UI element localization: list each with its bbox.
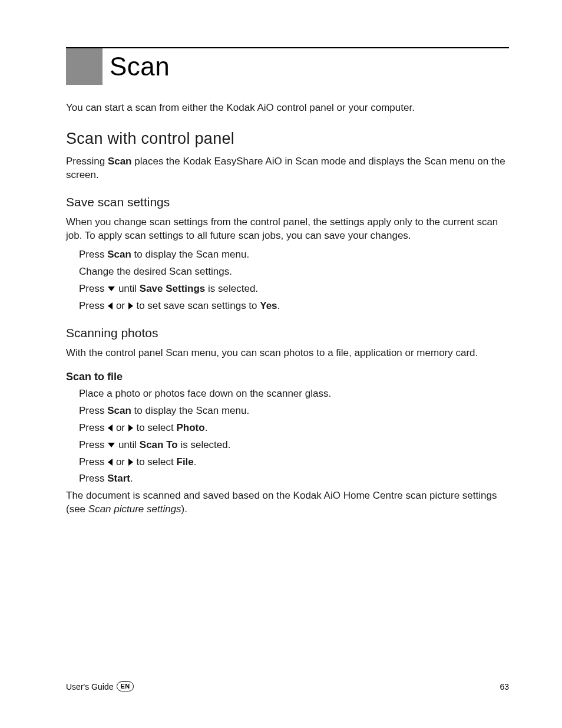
save-settings-paragraph: When you change scan settings from the c… bbox=[66, 216, 509, 243]
scan-picture-settings-italic: Scan picture settings bbox=[88, 503, 181, 515]
step: Press or to select File. bbox=[79, 456, 509, 469]
page-footer: User's Guide EN 63 bbox=[66, 681, 509, 691]
step: Press Scan to display the Scan menu. bbox=[79, 248, 509, 262]
text: Press bbox=[79, 405, 107, 416]
down-arrow-icon bbox=[108, 286, 115, 291]
footer-left: User's Guide EN bbox=[66, 681, 134, 691]
page-title: Scan bbox=[110, 52, 170, 81]
step: Press until Save Settings is selected. bbox=[79, 282, 509, 296]
top-rule bbox=[66, 47, 509, 48]
text: to set save scan settings to bbox=[134, 300, 260, 311]
left-arrow-icon bbox=[108, 424, 113, 431]
scan-to-file-steps: Place a photo or photos face down on the… bbox=[79, 387, 509, 486]
step: Press or to select Photo. bbox=[79, 421, 509, 435]
step: Press Scan to display the Scan menu. bbox=[79, 404, 509, 418]
right-arrow-icon bbox=[128, 424, 133, 431]
scanning-photos-paragraph: With the control panel Scan menu, you ca… bbox=[66, 347, 509, 360]
scan-bold: Scan bbox=[107, 405, 131, 416]
text: ). bbox=[181, 503, 187, 515]
scan-bold: Scan bbox=[108, 156, 132, 167]
left-arrow-icon bbox=[108, 302, 113, 309]
text: . bbox=[130, 473, 133, 484]
text: until bbox=[115, 439, 140, 450]
heading-scan-to-file: Scan to file bbox=[66, 370, 509, 384]
save-settings-steps: Press Scan to display the Scan menu. Cha… bbox=[79, 248, 509, 313]
text: . bbox=[194, 456, 197, 467]
text: or bbox=[113, 456, 128, 467]
text: Press bbox=[79, 439, 107, 450]
text: . bbox=[277, 300, 280, 311]
language-badge: EN bbox=[117, 681, 133, 691]
right-arrow-icon bbox=[128, 459, 133, 466]
right-arrow-icon bbox=[128, 302, 133, 309]
heading-scanning-photos: Scanning photos bbox=[66, 325, 509, 341]
text: is selected. bbox=[178, 439, 231, 450]
text: Pressing bbox=[66, 156, 108, 167]
intro-paragraph: You can start a scan from either the Kod… bbox=[66, 101, 509, 115]
text: to select bbox=[134, 422, 177, 433]
scan-to-bold: Scan To bbox=[140, 439, 178, 450]
step: Press Start. bbox=[79, 472, 509, 486]
step: Place a photo or photos face down on the… bbox=[79, 387, 509, 401]
text: to select bbox=[134, 456, 177, 467]
text: Press bbox=[79, 456, 107, 467]
text: Press bbox=[79, 300, 107, 311]
heading-control-panel: Scan with control panel bbox=[66, 128, 509, 149]
chapter-block bbox=[66, 48, 103, 85]
text: or bbox=[113, 422, 128, 433]
file-bold: File bbox=[177, 456, 194, 467]
text: Press bbox=[79, 422, 107, 433]
footer-guide-label: User's Guide bbox=[66, 682, 113, 691]
save-settings-bold: Save Settings bbox=[140, 283, 206, 294]
scan-bold: Scan bbox=[107, 249, 131, 260]
step: Change the desired Scan settings. bbox=[79, 265, 509, 279]
step: Press until Scan To is selected. bbox=[79, 439, 509, 452]
closing-paragraph: The document is scanned and saved based … bbox=[66, 489, 509, 516]
text: places the Kodak EasyShare AiO in Scan m… bbox=[66, 156, 505, 180]
photo-bold: Photo bbox=[177, 422, 205, 433]
left-arrow-icon bbox=[108, 459, 113, 466]
text: or bbox=[113, 300, 128, 311]
down-arrow-icon bbox=[108, 443, 115, 447]
text: to display the Scan menu. bbox=[131, 249, 249, 260]
text: Press bbox=[79, 473, 107, 484]
text: Press bbox=[79, 283, 107, 294]
page-number: 63 bbox=[500, 682, 509, 691]
text: is selected. bbox=[205, 283, 258, 294]
control-panel-paragraph: Pressing Scan places the Kodak EasyShare… bbox=[66, 155, 509, 182]
start-bold: Start bbox=[107, 473, 130, 484]
step: Press or to set save scan settings to Ye… bbox=[79, 299, 509, 313]
text: to display the Scan menu. bbox=[131, 405, 249, 416]
text: Press bbox=[79, 249, 107, 260]
text: until bbox=[115, 283, 140, 294]
text: . bbox=[205, 422, 208, 433]
yes-bold: Yes bbox=[260, 300, 277, 311]
heading-save-settings: Save scan settings bbox=[66, 194, 509, 210]
